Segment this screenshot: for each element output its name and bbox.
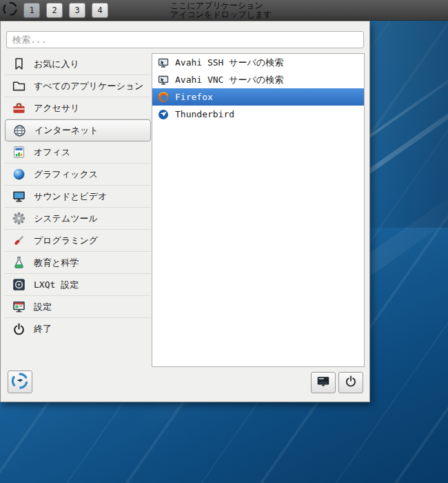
lockscreen-button[interactable] — [311, 372, 336, 393]
category-label: LXQt 設定 — [34, 279, 79, 291]
footer-button-group — [311, 372, 363, 393]
app-firefox[interactable]: Firefox — [152, 88, 364, 106]
app-label: Thunderbird — [175, 109, 234, 119]
category-label: オフィス — [34, 146, 70, 159]
category-internet[interactable]: インターネット — [5, 119, 151, 141]
workspace-button-3[interactable]: 3 — [69, 3, 85, 18]
category-label: プログラミング — [34, 235, 98, 247]
power-icon — [344, 375, 358, 391]
workspace-button-4[interactable]: 4 — [92, 3, 108, 18]
monitor-media-icon — [12, 189, 26, 204]
app-avahi-vnc[interactable]: Avahi VNC サーバの検索 — [152, 71, 364, 88]
category-favorites[interactable]: お気に入り — [5, 53, 151, 75]
sphere-icon — [12, 167, 26, 181]
flask-icon — [12, 255, 26, 270]
avahi-network-icon — [158, 75, 169, 86]
category-graphics[interactable]: グラフィックス — [5, 164, 151, 186]
globe-icon — [12, 124, 27, 138]
desktop-background: 1 2 3 4 ここにアプリケーション アイコンをドロップします お気に入り す… — [0, 0, 448, 483]
leave-button[interactable] — [338, 372, 363, 393]
category-label: お気に入り — [34, 58, 79, 70]
category-label: 教育と科学 — [34, 257, 79, 269]
quicklaunch-drop-area[interactable]: ここにアプリケーション アイコンをドロップします — [170, 0, 272, 21]
lockscreen-icon — [316, 374, 331, 391]
category-programming[interactable]: プログラミング — [5, 230, 151, 252]
workspace-button-1[interactable]: 1 — [23, 3, 40, 18]
folder-icon — [12, 79, 26, 93]
menu-button[interactable] — [0, 0, 21, 21]
category-leave[interactable]: 終了 — [5, 318, 151, 340]
main-menu-popup: お気に入り すべてのアプリケーション アクセサリ インターネット — [0, 21, 370, 402]
search-input[interactable] — [6, 31, 364, 48]
bookmark-icon — [12, 57, 26, 71]
firefox-icon — [158, 92, 169, 103]
app-thunderbird[interactable]: Thunderbird — [152, 106, 364, 123]
drop-hint-line2: アイコンをドロップします — [170, 10, 272, 19]
category-label: システムツール — [34, 213, 98, 225]
lxqt-logo-icon — [11, 372, 29, 392]
category-label: 設定 — [34, 301, 52, 313]
top-panel: 1 2 3 4 ここにアプリケーション アイコンをドロップします — [0, 0, 448, 21]
screwdriver-icon — [12, 233, 26, 248]
category-education-science[interactable]: 教育と科学 — [5, 252, 151, 274]
category-label: グラフィックス — [34, 168, 98, 181]
category-system-tools[interactable]: システムツール — [5, 208, 151, 230]
lxqt-logo-button[interactable] — [8, 371, 32, 393]
category-accessories[interactable]: アクセサリ — [5, 97, 151, 119]
app-label: Avahi SSH サーバの検索 — [175, 57, 283, 69]
category-label: インターネット — [34, 124, 99, 137]
settings-monitor-icon — [12, 299, 26, 314]
app-label: Avahi VNC サーバの検索 — [175, 74, 283, 86]
lxqt-settings-icon — [12, 277, 26, 292]
category-label: すべてのアプリケーション — [34, 80, 143, 92]
avahi-network-icon — [158, 57, 169, 68]
category-lxqt-settings[interactable]: LXQt 設定 — [5, 274, 151, 296]
power-icon — [12, 322, 26, 337]
category-office[interactable]: オフィス — [5, 141, 151, 164]
category-label: 終了 — [34, 323, 52, 335]
category-sound-video[interactable]: サウンドとビデオ — [5, 186, 151, 208]
application-list: Avahi SSH サーバの検索 Avahi VNC サーバの検索 Firefo… — [152, 53, 365, 367]
toolbox-icon — [12, 101, 26, 115]
gear-icon — [12, 211, 26, 226]
lxqt-menu-logo-icon — [2, 1, 19, 19]
app-avahi-ssh[interactable]: Avahi SSH サーバの検索 — [152, 54, 364, 71]
category-label: サウンドとビデオ — [34, 190, 107, 203]
category-list: お気に入り すべてのアプリケーション アクセサリ インターネット — [5, 53, 151, 340]
workspace-button-2[interactable]: 2 — [46, 3, 63, 18]
office-document-icon — [12, 145, 26, 159]
category-all-applications[interactable]: すべてのアプリケーション — [5, 75, 151, 97]
thunderbird-icon — [158, 109, 169, 120]
app-label: Firefox — [175, 92, 213, 102]
category-label: アクセサリ — [34, 102, 80, 115]
category-settings[interactable]: 設定 — [5, 296, 151, 318]
